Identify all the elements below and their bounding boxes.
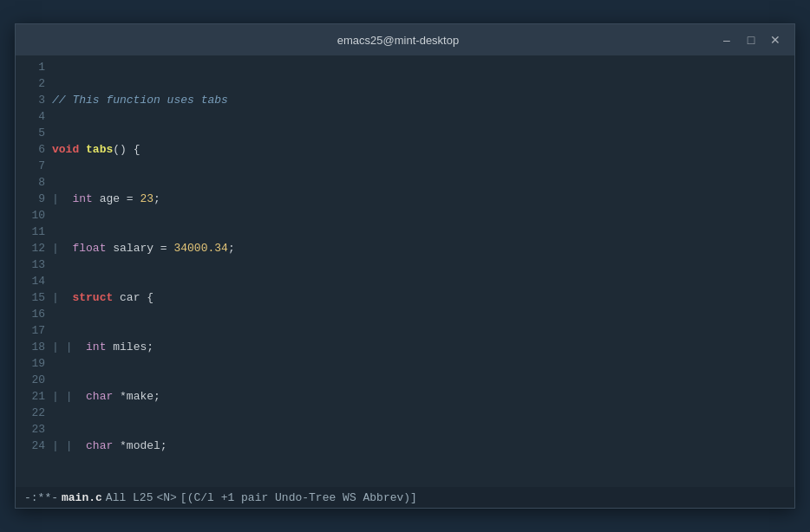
status-minor-modes: [(C/l +1 pair Undo-Tree WS Abbrev)]: [180, 491, 417, 504]
code-container: 12345 678910 1112131415 1617181920 21222…: [16, 55, 794, 487]
minimize-button[interactable]: –: [718, 33, 735, 47]
maximize-button[interactable]: □: [742, 33, 760, 47]
line-numbers: 12345 678910 1112131415 1617181920 21222…: [16, 59, 52, 483]
editor-area[interactable]: 12345 678910 1112131415 1617181920 21222…: [16, 55, 794, 487]
code-line-2: void tabs() {: [52, 141, 794, 158]
status-bar: -:**- main.c All L25 <N> [(C/l +1 pair U…: [16, 487, 794, 508]
window-title: emacs25@mint-desktop: [78, 34, 718, 47]
code-line-1: // This function uses tabs: [52, 92, 794, 108]
titlebar: emacs25@mint-desktop – □ ✕: [16, 24, 794, 55]
status-filename: main.c: [62, 491, 102, 504]
status-position: All L25: [106, 491, 154, 504]
emacs-window: emacs25@mint-desktop – □ ✕ 12345 678910 …: [15, 23, 795, 509]
status-mode: -:**-: [24, 491, 58, 504]
code-lines[interactable]: // This function uses tabs void tabs() {…: [52, 59, 794, 483]
code-line-6: | | int miles;: [52, 339, 794, 355]
code-line-3: | int age = 23;: [52, 191, 794, 207]
status-mode-name: <N>: [156, 491, 176, 504]
window-controls: – □ ✕: [718, 33, 784, 47]
close-button[interactable]: ✕: [767, 33, 784, 47]
code-line-4: | float salary = 34000.34;: [52, 240, 794, 256]
code-line-5: | struct car {: [52, 289, 794, 306]
code-line-7: | | char *make;: [52, 388, 794, 405]
code-line-8: | | char *model;: [52, 438, 794, 454]
